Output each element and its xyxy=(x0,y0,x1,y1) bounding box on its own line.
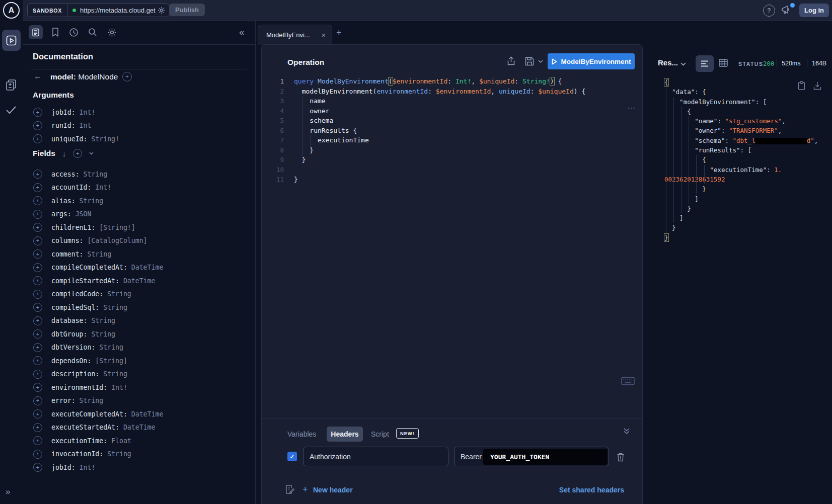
field-type[interactable]: DateTime xyxy=(127,264,163,271)
add-to-query-icon[interactable]: + xyxy=(33,121,42,130)
field-name[interactable]: compiledSql: xyxy=(51,304,99,311)
field-name[interactable]: jobId: xyxy=(51,464,75,471)
field-name[interactable]: description: xyxy=(51,370,99,378)
field-name[interactable]: runId: xyxy=(51,122,75,129)
field-type[interactable]: JSON xyxy=(71,210,92,218)
field-type[interactable]: Int! xyxy=(91,184,111,191)
login-button[interactable]: Log in xyxy=(799,4,829,17)
add-to-query-icon[interactable]: + xyxy=(33,223,42,232)
help-button[interactable]: ? xyxy=(763,5,775,17)
type-name[interactable]: ModelNode xyxy=(78,72,118,81)
add-to-query-icon[interactable]: + xyxy=(33,170,42,179)
field-type[interactable]: Float xyxy=(107,437,131,445)
checks-nav-icon[interactable] xyxy=(5,105,17,115)
field-type[interactable]: String xyxy=(99,370,127,378)
expand-rail-icon[interactable]: » xyxy=(6,487,10,497)
add-to-query-icon[interactable]: + xyxy=(33,276,42,285)
field-type[interactable]: String xyxy=(103,450,131,458)
field-name[interactable]: dbtGroup: xyxy=(51,330,87,338)
run-operation-button[interactable]: ModelByEnvironment xyxy=(548,53,635,69)
operation-tab[interactable]: ModelByEnvi... × xyxy=(258,25,332,45)
response-formatted-view-button[interactable] xyxy=(696,55,714,72)
keyboard-shortcuts-icon[interactable] xyxy=(621,377,635,385)
add-to-query-icon[interactable]: + xyxy=(33,196,42,205)
field-name[interactable]: comment: xyxy=(51,250,84,258)
add-to-query-icon[interactable]: + xyxy=(33,409,42,418)
response-dropdown-chevron-icon[interactable] xyxy=(680,62,686,66)
add-to-query-icon[interactable]: + xyxy=(33,383,42,392)
header-value-input[interactable]: Bearer YOUR_AUTH_TOKEN xyxy=(454,447,609,466)
explorer-nav-button[interactable] xyxy=(2,30,21,51)
apollo-logo[interactable]: A xyxy=(0,0,23,21)
endpoint-settings-gear-icon[interactable] xyxy=(157,7,169,14)
tab-variables[interactable]: Variables xyxy=(287,430,316,438)
sandbox-endpoint-pill[interactable]: SANDBOX https://metadata.cloud.get xyxy=(27,4,170,17)
field-type[interactable]: String! xyxy=(87,135,119,143)
add-to-query-icon[interactable]: + xyxy=(33,370,42,379)
field-type[interactable]: DateTime xyxy=(127,410,163,418)
graphql-editor[interactable]: query ModelByEnvironment($environmentId:… xyxy=(294,76,585,185)
field-name[interactable]: environmentId: xyxy=(51,384,107,391)
tab-headers[interactable]: Headers xyxy=(327,427,363,442)
field-name[interactable]: compiledCode: xyxy=(51,290,103,298)
field-name[interactable]: uniqueId: xyxy=(51,135,87,143)
add-to-query-icon[interactable]: + xyxy=(33,329,42,339)
field-name[interactable]: executionTime: xyxy=(51,437,107,445)
field-type[interactable]: Int! xyxy=(107,384,127,391)
search-button[interactable] xyxy=(88,28,97,37)
add-to-query-icon[interactable]: + xyxy=(33,134,42,143)
tab-script[interactable]: Script xyxy=(371,430,389,438)
header-key-input[interactable]: Authorization xyxy=(303,447,448,466)
close-tab-icon[interactable]: × xyxy=(322,31,326,39)
add-to-query-icon[interactable]: + xyxy=(33,263,42,272)
collapse-panel-button[interactable]: « xyxy=(239,27,245,38)
add-to-query-icon[interactable]: + xyxy=(33,396,42,405)
field-name[interactable]: error: xyxy=(51,397,75,404)
header-presets-button[interactable] xyxy=(285,484,294,494)
field-type[interactable]: DateTime xyxy=(119,424,155,431)
field-type[interactable]: DateTime xyxy=(119,277,155,285)
field-name[interactable]: access: xyxy=(51,171,80,178)
add-fields-chevron-icon[interactable] xyxy=(89,152,94,155)
field-type[interactable]: String xyxy=(87,330,115,338)
response-json-viewer[interactable]: { "data": { "modelByEnvironment": [ { "n… xyxy=(664,77,830,242)
sort-fields-icon[interactable]: ↓ xyxy=(62,149,66,158)
response-pane-title[interactable]: Res... xyxy=(658,58,678,67)
field-name[interactable]: database: xyxy=(51,317,87,324)
field-type[interactable]: String xyxy=(87,317,115,324)
add-to-query-icon[interactable]: + xyxy=(33,450,42,459)
field-name[interactable]: jobId: xyxy=(51,109,75,116)
field-type[interactable]: String xyxy=(75,197,104,205)
add-to-query-icon[interactable]: + xyxy=(33,316,42,325)
save-options-chevron-icon[interactable] xyxy=(538,60,543,63)
add-type-button[interactable]: + xyxy=(122,71,132,81)
field-type[interactable]: Int! xyxy=(75,109,96,116)
field-type[interactable]: String xyxy=(80,171,108,178)
field-name[interactable]: compileStartedAt: xyxy=(51,277,119,285)
bookmarks-button[interactable] xyxy=(51,27,59,37)
new-tab-button[interactable]: + xyxy=(336,28,342,38)
add-to-query-icon[interactable]: + xyxy=(33,249,42,259)
field-name[interactable]: dbtVersion: xyxy=(51,344,95,351)
field-name[interactable]: accountId: xyxy=(51,184,91,191)
field-type[interactable]: [String] xyxy=(91,357,127,365)
settings-button[interactable] xyxy=(107,28,117,37)
changelog-nav-icon[interactable] xyxy=(5,78,18,92)
endpoint-url[interactable]: https://metadata.cloud.get xyxy=(80,7,157,14)
field-name[interactable]: args: xyxy=(51,210,71,218)
docs-back-button[interactable]: ← xyxy=(34,72,42,81)
field-type[interactable]: [CatalogColumn] xyxy=(84,237,147,244)
response-table-view-button[interactable] xyxy=(719,59,728,67)
new-header-button[interactable]: New header xyxy=(313,486,353,494)
add-to-query-icon[interactable]: + xyxy=(33,183,42,192)
field-name[interactable]: alias: xyxy=(51,197,75,205)
add-to-query-icon[interactable]: + xyxy=(33,436,42,445)
field-type[interactable]: Int xyxy=(75,122,92,129)
field-name[interactable]: executeStartedAt: xyxy=(51,424,119,431)
history-button[interactable] xyxy=(69,28,79,37)
add-to-query-icon[interactable]: + xyxy=(33,343,42,352)
documentation-tab-button[interactable] xyxy=(29,25,43,39)
field-type[interactable]: String xyxy=(103,290,131,298)
field-type[interactable]: Int! xyxy=(75,464,96,471)
operation-more-menu[interactable]: ⋯ xyxy=(627,103,636,113)
